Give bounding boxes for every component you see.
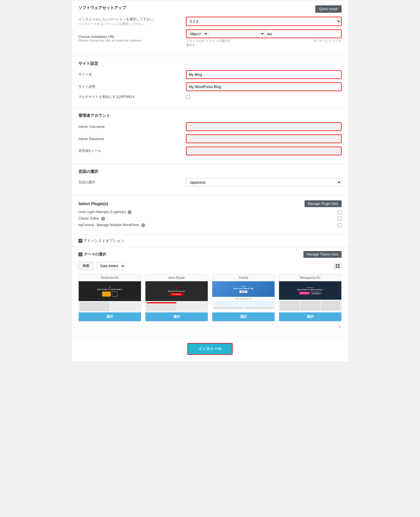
url-protocol-label: プロトコルの選択 ℹ (186, 39, 206, 47)
admin-password-input[interactable] (186, 134, 342, 143)
svg-rect-1 (338, 264, 340, 266)
multisite-label: マルチサイトを有効にする(WPMU) ℹ (78, 95, 186, 99)
plugin-limit-login-info-icon[interactable]: i (128, 210, 132, 214)
theme-card-autorepair[interactable]: Auto Repair ⚙ We Can Fix Your Car Get Qu… (145, 274, 208, 321)
theme-autorepair-title: Auto Repair (145, 274, 208, 281)
url-label: Choose Installation URL (78, 35, 186, 39)
plugin-classic-editor-info-icon[interactable]: i (101, 217, 105, 221)
svg-rect-2 (336, 266, 337, 268)
admin-password-label: Admin Password (78, 137, 186, 141)
advanced-plus-icon: + (78, 239, 82, 243)
plugin-limit-login-checkbox[interactable] (338, 210, 342, 214)
plugin-wpcentral-label: wpCentral - Manage Multiple WordPress i (78, 223, 338, 227)
version-label: インストールしたいバージョンを選択して下さい。 (78, 17, 186, 22)
language-select-label: 言語の選択 (78, 180, 186, 185)
theme-restoneu-hero-text: WELCOME TO RESTONEU! (97, 289, 122, 290)
manage-theme-sets-button[interactable]: Manage Theme Sets (303, 251, 342, 258)
theme-maxagency-title: Maxagency-Ex (279, 274, 341, 281)
software-setup-title: ソフトウェアセットアップ (78, 5, 126, 10)
admin-email-input[interactable] (186, 147, 342, 155)
plugin-classic-editor-label: Classic Editor i (78, 216, 338, 221)
theme-travely-title: Travely (212, 274, 275, 281)
version-sublabel: インストールするバージョンを選択して下さい。 (78, 22, 186, 26)
themes-next-button[interactable]: › (339, 324, 340, 330)
theme-card-maxagency[interactable]: Maxagency-Ex maxagency WELCOME TO MAXAGE… (279, 274, 342, 321)
site-desc-input[interactable]: My WordPress Blog (186, 82, 342, 91)
url-input-group: https:// wp (186, 29, 342, 38)
install-button[interactable]: インストール (187, 343, 233, 355)
theme-maxagency-preview: maxagency WELCOME TO MAXAGENCY Get Start… (279, 281, 341, 312)
plugin-wpcentral-checkbox[interactable] (338, 223, 342, 227)
themes-grid: Restoneu-Ex 🍴 WELCOME TO RESTONEU! (78, 274, 342, 321)
language-title: 言語の選択 (78, 169, 342, 174)
theme-autorepair-hero-text: We Can Fix Your Car (168, 290, 185, 292)
theme-grid-view-button[interactable] (334, 263, 342, 269)
theme-sort-select[interactable]: Date Added (97, 262, 125, 270)
language-select[interactable]: Japanese (186, 178, 342, 186)
plugin-wpcentral-info-icon[interactable]: i (141, 223, 145, 227)
site-desc-label: サイト説明 (78, 84, 186, 89)
theme-travely-hero-text: Plan Your Global Trip (233, 288, 254, 289)
theme-maxagency-hero-text: WELCOME TO MAXAGENCY (297, 289, 323, 291)
admin-username-input[interactable] (186, 122, 342, 131)
theme-section-title: テーマの選択 (84, 252, 106, 257)
admin-email-label: 管理者Eメール (78, 149, 186, 153)
url-sublabel: Please choose the URL to install the sof… (78, 39, 186, 42)
svg-rect-3 (338, 266, 340, 268)
theme-restoneu-preview: 🍴 WELCOME TO RESTONEU! (79, 281, 141, 312)
theme-autorepair-preview: ⚙ We Can Fix Your Car Get Quote (145, 281, 208, 312)
theme-restoneu-title: Restoneu-Ex (79, 274, 141, 281)
manage-plugin-sets-button[interactable]: Manage Plugin Sets (305, 200, 342, 207)
plugins-title: Select Plugin(s) (78, 201, 108, 206)
plugin-limit-login-label: Limit Login Attempts (Loginizer) i (78, 210, 338, 214)
theme-search-button[interactable]: 検索 (78, 262, 94, 270)
theme-card-travely[interactable]: Travely Travely Plan Your Global Trip Se… (212, 274, 275, 321)
multisite-checkbox[interactable] (186, 95, 190, 99)
admin-account-title: 管理者アカウント (78, 113, 342, 118)
theme-autorepair-select-button[interactable]: 選択 (145, 312, 208, 321)
theme-maxagency-select-button[interactable]: 選択 (279, 312, 341, 321)
url-path-input[interactable]: wp (265, 30, 341, 38)
url-domain-select[interactable] (208, 30, 265, 38)
version-select[interactable]: 5.2.4 (186, 17, 342, 26)
admin-username-label: Admin Username (78, 125, 186, 129)
theme-restoneu-select-button[interactable]: 選択 (79, 312, 141, 321)
theme-travely-select-button[interactable]: 選択 (212, 312, 275, 321)
plugin-classic-editor-checkbox[interactable] (338, 217, 342, 221)
theme-travely-preview: Travely Plan Your Global Trip Search Why… (212, 281, 275, 312)
theme-card-restoneu[interactable]: Restoneu-Ex 🍴 WELCOME TO RESTONEU! (78, 274, 141, 321)
site-settings-title: サイト設定 (78, 61, 342, 66)
url-path-label: サブディレクトリ ℹ (313, 39, 342, 47)
advanced-options-label: アドバンスドオプション (83, 238, 124, 243)
advanced-options-toggle[interactable]: + アドバンスドオプション (78, 238, 342, 243)
site-name-label: サイト名 (78, 72, 186, 77)
site-name-input[interactable]: My Blog (186, 70, 342, 79)
quick-install-button[interactable]: Quick Install (315, 5, 342, 13)
svg-rect-0 (336, 264, 337, 266)
url-labels: プロトコルの選択 ℹ ドメインの選択 ℹ サブディレクトリ ℹ (186, 39, 342, 47)
url-protocol-select[interactable]: https:// (187, 30, 208, 38)
url-domain-label: ドメインの選択 ℹ (206, 39, 313, 47)
theme-minus-icon: − (78, 252, 82, 256)
